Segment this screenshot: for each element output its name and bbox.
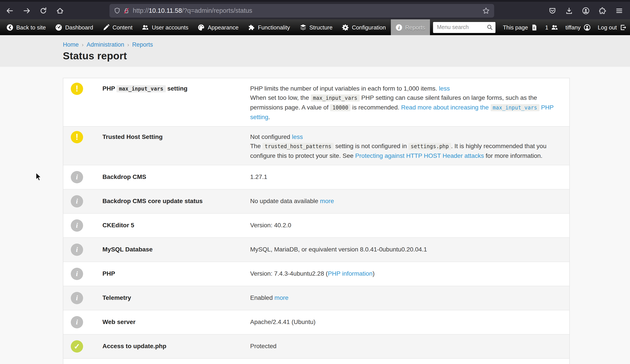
inline-link[interactable]: more bbox=[320, 198, 334, 204]
code-snippet: max_input_vars bbox=[311, 94, 360, 102]
ok-icon: ✓ bbox=[71, 340, 83, 352]
status-row-title: Access to update.php bbox=[102, 340, 250, 352]
admin-item-functionality[interactable]: Functionality bbox=[243, 19, 295, 35]
status-row-value: Not configured lessThe trusted_host_patt… bbox=[250, 131, 560, 160]
text-segment: The bbox=[250, 142, 262, 150]
admin-item-user-accounts[interactable]: User accounts bbox=[138, 19, 193, 35]
code-snippet: max_input_vars bbox=[117, 85, 166, 92]
info-icon: i bbox=[71, 244, 83, 256]
menu-icon[interactable] bbox=[616, 7, 623, 14]
admin-item-structure[interactable]: Structure bbox=[295, 19, 338, 35]
text-segment: Protected bbox=[250, 342, 276, 350]
status-row-title: PHP max_input_vars setting bbox=[102, 83, 250, 122]
url-bar[interactable]: http://10.10.11.58/?q=admin/reports/stat… bbox=[110, 4, 494, 17]
status-row: i Web server Apache/2.4.41 (Ubuntu) bbox=[63, 310, 569, 334]
value-line: Apache/2.4.41 (Ubuntu) bbox=[250, 318, 560, 327]
admin-item-configuration[interactable]: Configuration bbox=[338, 19, 391, 35]
online-users-link[interactable]: 1 bbox=[545, 24, 558, 30]
inline-link[interactable]: max_input_vars bbox=[490, 104, 539, 111]
status-icon-cell: i bbox=[71, 171, 102, 183]
logout-icon bbox=[620, 24, 626, 30]
info-circle-icon: i bbox=[396, 24, 402, 30]
status-icon-cell: i bbox=[71, 268, 102, 280]
back-circle-icon bbox=[6, 24, 13, 30]
breadcrumb-reports[interactable]: Reports bbox=[132, 41, 153, 48]
inline-link[interactable]: Read more about increasing the bbox=[401, 104, 490, 111]
info-icon: i bbox=[71, 195, 83, 208]
status-row-value: Protected bbox=[250, 340, 560, 352]
users-icon bbox=[142, 24, 149, 30]
forward-icon[interactable] bbox=[23, 7, 30, 14]
admin-item-appearance[interactable]: Appearance bbox=[193, 19, 243, 35]
gauge-icon bbox=[56, 24, 62, 30]
status-icon-cell: i bbox=[71, 219, 102, 232]
this-page-link[interactable]: This page bbox=[503, 24, 538, 30]
mouse-cursor bbox=[36, 172, 41, 181]
text-segment: ) bbox=[372, 270, 374, 277]
admin-item-reports[interactable]: iReports bbox=[390, 19, 430, 35]
text-segment: When set too low, the bbox=[250, 94, 311, 101]
screen: http://10.10.11.58/?q=admin/reports/stat… bbox=[0, 0, 630, 364]
page-header: Home›Administration›Reports Status repor… bbox=[0, 35, 630, 67]
svg-text:i: i bbox=[398, 25, 400, 30]
status-icon-cell: i bbox=[71, 316, 102, 328]
value-line: Protected bbox=[250, 342, 560, 351]
home-icon[interactable] bbox=[56, 7, 64, 14]
this-page-label: This page bbox=[503, 24, 528, 30]
bookmark-star-icon[interactable] bbox=[482, 7, 490, 14]
text-segment: Telemetry bbox=[102, 294, 131, 301]
account-icon[interactable] bbox=[582, 7, 590, 14]
status-row: i Backdrop CMS core update status No upd… bbox=[63, 189, 569, 213]
puzzle-icon bbox=[248, 24, 255, 30]
status-row-title: Backdrop CMS bbox=[102, 171, 250, 183]
user-account-link[interactable]: tiffany bbox=[565, 24, 590, 30]
url-path: /?q=admin/reports/status bbox=[182, 7, 252, 14]
text-segment: PHP bbox=[102, 270, 115, 277]
inline-link[interactable]: more bbox=[274, 294, 288, 301]
menu-search-input[interactable] bbox=[433, 22, 496, 33]
pocket-icon[interactable] bbox=[549, 7, 556, 14]
logout-link[interactable]: Log out bbox=[598, 24, 626, 30]
shield-icon[interactable] bbox=[114, 7, 120, 14]
warning-icon: ! bbox=[71, 131, 83, 143]
text-segment: Version: 40.2.0 bbox=[250, 222, 291, 228]
inline-link[interactable]: less bbox=[292, 133, 303, 140]
value-line: 1.27.1 bbox=[250, 172, 560, 182]
text-segment: is recommended. bbox=[350, 104, 401, 111]
reload-icon[interactable] bbox=[40, 7, 47, 14]
breadcrumb-separator: › bbox=[127, 42, 129, 48]
admin-item-content[interactable]: Content bbox=[98, 19, 138, 35]
lock-broken-icon[interactable] bbox=[123, 7, 130, 14]
status-icon-cell: i bbox=[71, 195, 102, 208]
back-icon[interactable] bbox=[6, 7, 14, 14]
inline-link[interactable]: less bbox=[439, 85, 450, 92]
text-segment: setting bbox=[166, 85, 188, 92]
admin-item-dashboard[interactable]: Dashboard bbox=[50, 19, 98, 35]
document-icon bbox=[531, 24, 538, 30]
status-row-title: Web server bbox=[102, 316, 250, 328]
admin-menu-bar: Back to site Dashboard Content User acco… bbox=[0, 19, 630, 35]
text-segment: Version: 7.4.3-4ubuntu2.28 ( bbox=[250, 270, 328, 277]
value-line: Version: 7.4.3-4ubuntu2.28 (PHP informat… bbox=[250, 269, 560, 278]
status-row-value: PHP limits the number of input variables… bbox=[250, 83, 560, 122]
extensions-icon[interactable] bbox=[599, 7, 606, 14]
url-domain: 10.10.11.58 bbox=[149, 7, 182, 14]
download-icon[interactable] bbox=[565, 7, 573, 14]
browser-toolbar: http://10.10.11.58/?q=admin/reports/stat… bbox=[0, 0, 630, 19]
gear-icon bbox=[342, 24, 349, 30]
search-icon bbox=[487, 24, 493, 30]
breadcrumb-home[interactable]: Home bbox=[63, 41, 79, 48]
status-row: ! Trusted Host Setting Not configured le… bbox=[63, 126, 569, 165]
text-segment: Apache/2.4.41 (Ubuntu) bbox=[250, 318, 316, 325]
status-row-value: Apache/2.4.41 (Ubuntu) bbox=[250, 316, 560, 328]
code-snippet: settings.php bbox=[408, 143, 451, 150]
breadcrumb-administration[interactable]: Administration bbox=[86, 41, 124, 48]
text-segment: MySQL, MariaDB, or equivalent version 8.… bbox=[250, 246, 427, 253]
inline-link[interactable]: Protecting against HTTP HOST Header atta… bbox=[355, 152, 484, 159]
admin-bar-right: This page 1 tiffany Log out bbox=[433, 19, 630, 35]
pencil-icon bbox=[103, 24, 110, 30]
inline-link[interactable]: PHP information bbox=[328, 270, 372, 277]
page-title: Status report bbox=[63, 50, 630, 62]
text-segment: CKEditor 5 bbox=[102, 222, 134, 228]
admin-item-back-to-site[interactable]: Back to site bbox=[2, 19, 50, 35]
